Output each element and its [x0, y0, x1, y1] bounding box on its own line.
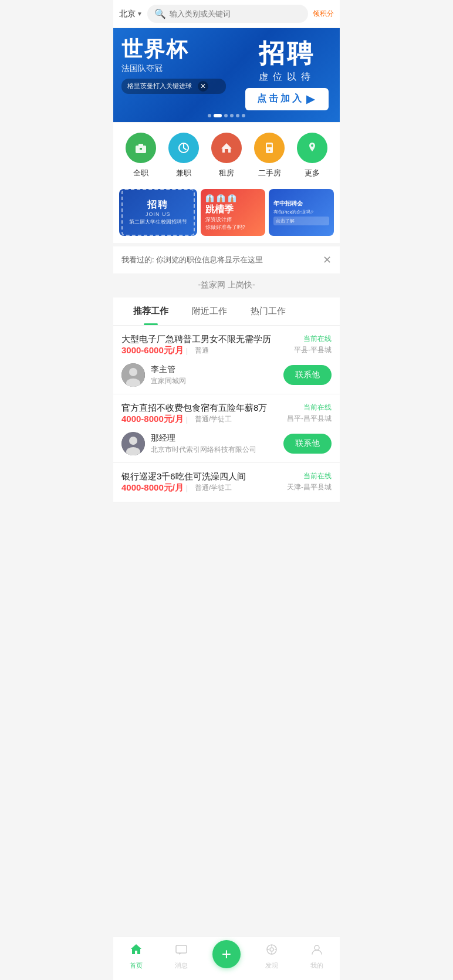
job-1-recruiter-name: 李主管 [151, 364, 186, 375]
dot-1 [208, 114, 211, 117]
section-title: -益家网 上岗快- [198, 280, 255, 289]
dot-2 [214, 114, 222, 117]
recent-view-close-button[interactable]: ✕ [323, 254, 332, 266]
tab-nearby[interactable]: 附近工作 [180, 298, 239, 325]
job-2-recruiter-company: 北京市时代索引网络科技有限公司 [151, 445, 256, 455]
location-button[interactable]: 北京 ▼ [119, 9, 143, 19]
news-text: 格里茨曼打入关键进球 [127, 82, 192, 90]
quanzhi-label: 全职 [133, 168, 148, 178]
banner: 世界杯 法国队夺冠 格里茨曼打入关键进球 ✕ 招聘 虚位以待 点击加入 ▶ [113, 28, 340, 122]
job-1-meta: 当前在线 平县-平县城 [294, 334, 332, 355]
promo-3-title: 年中招聘会 [273, 200, 329, 207]
dot-4 [230, 114, 234, 117]
svg-line-5 [184, 148, 186, 150]
banner-right-big: 招聘 [259, 40, 315, 66]
banner-sub-text: 法国队夺冠 [121, 63, 226, 74]
jobs-list: 大型电子厂急聘普工男女不限无需学历 3000-6000元/月 | 普通 当前在线… [113, 326, 340, 502]
promo-card-3[interactable]: 年中招聘会 有你Pick的企业吗? 点击了解 [269, 189, 334, 236]
promo-cards: 招聘 JOIN US 第二届大学生校园招聘节 👔👔👔 跳槽季 深资设计师 你做好… [113, 185, 340, 243]
svg-rect-2 [140, 148, 142, 150]
job-2-status: 当前在线 [287, 403, 332, 413]
job-2-contact-button[interactable]: 联系他 [283, 434, 332, 454]
job-2-info: 官方直招不收费包食宿有五险年薪8万 4000-8000元/月 | 普通/学徒工 [121, 403, 287, 426]
jianzhi-label: 兼职 [176, 168, 191, 178]
search-icon: 🔍 [154, 8, 166, 19]
category-ershoufang[interactable]: 二手房 [254, 133, 285, 178]
dot-5 [236, 114, 239, 117]
svg-point-13 [129, 368, 137, 376]
job-card-3: 银行巡逻3千6吃住可洗澡四人间 4000-8000元/月 | 普通/学徒工 当前… [113, 463, 340, 502]
cta-arrow-icon: ▶ [306, 93, 317, 106]
svg-rect-9 [267, 144, 272, 147]
job-2-type: 普通/学徒工 [195, 414, 232, 424]
promo-1-inner: 招聘 JOIN US 第二届大学生校园招聘节 [121, 189, 195, 236]
promo-2-sub1: 深资设计师 [205, 216, 232, 224]
promo-3-sub1: 有你Pick的企业吗? [273, 209, 329, 215]
job-1-recruiter: 李主管 宜家同城网 [121, 363, 186, 387]
promo-1-sub2: 第二届大学生校园招聘节 [129, 218, 187, 226]
news-bar: 格里茨曼打入关键进球 ✕ [121, 79, 226, 94]
job-1-title: 大型电子厂急聘普工男女不限无需学历 [121, 334, 289, 345]
category-gengduo[interactable]: 更多 [297, 133, 327, 178]
job-1-location: 平县-平县城 [294, 345, 332, 355]
promo-1-sub1: JOIN US [146, 211, 171, 217]
job-2-avatar-img [121, 432, 145, 455]
tab-hot[interactable]: 热门工作 [239, 298, 298, 325]
banner-big-text: 世界杯 [121, 38, 226, 61]
job-3-info: 银行巡逻3千6吃住可洗澡四人间 4000-8000元/月 | 普通/学徒工 [121, 471, 287, 495]
job-3-type: 普通/学徒工 [195, 483, 232, 493]
job-2-meta: 当前在线 昌平-昌平县城 [287, 403, 332, 424]
location-text: 北京 [119, 9, 136, 19]
job-1-status: 当前在线 [294, 334, 332, 344]
job-1-contact-button[interactable]: 联系他 [283, 365, 332, 385]
category-jianzhi[interactable]: 兼职 [168, 133, 199, 178]
ershoufang-label: 二手房 [258, 168, 281, 178]
job-2-salary: 4000-8000元/月 [121, 414, 184, 425]
job-2-recruiter: 那经理 北京市时代索引网络科技有限公司 [121, 432, 256, 455]
dot-3 [224, 114, 228, 117]
svg-rect-8 [266, 143, 273, 153]
banner-right-sub: 虚位以待 [259, 71, 315, 83]
job-1-avatar-img [121, 363, 145, 387]
gengduo-label: 更多 [305, 168, 320, 178]
chevron-down-icon: ▼ [137, 11, 143, 17]
promo-card-2[interactable]: 👔👔👔 跳槽季 深资设计师 你做好准备了吗? [201, 189, 266, 236]
cta-button[interactable]: 点击加入 ▶ [245, 88, 329, 110]
ershoufang-icon [254, 133, 285, 163]
jianzhi-icon [168, 133, 199, 163]
job-1-type: 普通 [195, 346, 209, 356]
promo-2-title: 跳槽季 [205, 204, 234, 216]
points-button[interactable]: 领积分 [313, 9, 334, 19]
svg-point-10 [269, 150, 271, 151]
svg-point-11 [311, 144, 313, 147]
job-card-1: 大型电子厂急聘普工男女不限无需学历 3000-6000元/月 | 普通 当前在线… [113, 326, 340, 394]
promo-2-inner: 👔👔👔 跳槽季 深资设计师 你做好准备了吗? [201, 189, 266, 236]
promo-3-inner: 年中招聘会 有你Pick的企业吗? 点击了解 [269, 189, 334, 236]
header: 北京 ▼ 🔍 领积分 [113, 0, 340, 28]
category-quanzhi[interactable]: 全职 [126, 133, 156, 178]
category-zufang[interactable]: 租房 [211, 133, 242, 178]
zufang-label: 租房 [219, 168, 234, 178]
banner-close-button[interactable]: ✕ [198, 81, 208, 92]
promo-2-sub2: 你做好准备了吗? [205, 224, 245, 231]
gengduo-icon [297, 133, 327, 163]
categories: 全职 兼职 租房 二手房 [113, 123, 340, 185]
job-tabs: 推荐工作 附近工作 热门工作 [113, 298, 340, 326]
banner-left: 世界杯 法国队夺冠 格里茨曼打入关键进球 ✕ [113, 28, 234, 122]
dot-6 [242, 114, 245, 117]
job-2-recruiter-detail: 那经理 北京市时代索引网络科技有限公司 [151, 433, 256, 455]
quanzhi-icon [126, 133, 156, 163]
cta-label: 点击加入 [257, 93, 304, 105]
banner-right[interactable]: 招聘 虚位以待 点击加入 ▶ [234, 28, 340, 122]
job-2-title: 官方直招不收费包食宿有五险年薪8万 [121, 403, 282, 414]
job-2-recruiter-name: 那经理 [151, 433, 256, 444]
zufang-icon [211, 133, 242, 163]
job-2-location: 昌平-昌平县城 [287, 414, 332, 424]
job-3-meta: 当前在线 天津-昌平县城 [287, 471, 332, 492]
search-bar[interactable]: 🔍 [147, 5, 308, 23]
tab-recommended[interactable]: 推荐工作 [121, 298, 180, 325]
promo-card-1[interactable]: 招聘 JOIN US 第二届大学生校园招聘节 [119, 189, 197, 236]
promo-1-title: 招聘 [147, 199, 168, 211]
job-3-status: 当前在线 [287, 471, 332, 481]
search-input[interactable] [170, 9, 301, 18]
